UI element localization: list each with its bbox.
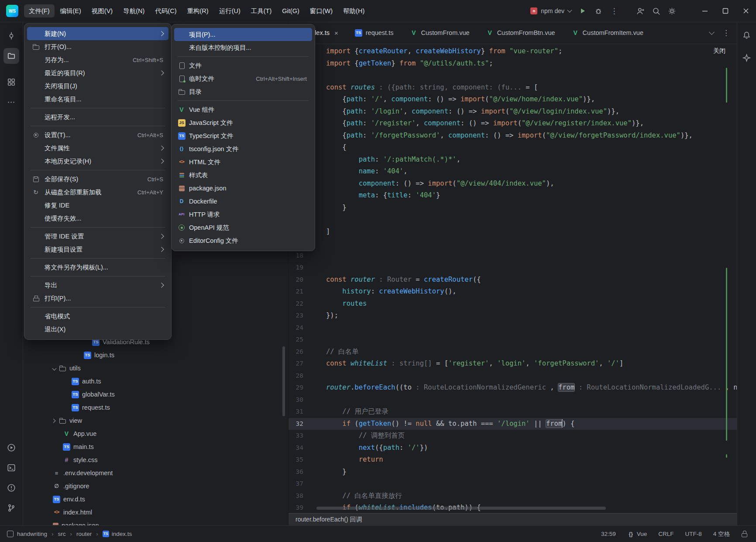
menubar-item-8[interactable]: 工具(T) — [246, 4, 277, 17]
commit-tool-button[interactable] — [3, 28, 19, 44]
breadcrumb-project[interactable]: handwriting — [17, 531, 47, 537]
tree-item-.env.development[interactable]: ≡.env.development — [23, 466, 288, 480]
new-submenu-item-9[interactable]: JSJavaScript 文件 — [174, 116, 312, 129]
menubar-item-10[interactable]: 窗口(W) — [305, 4, 337, 17]
file-menu-item-19[interactable]: 管理 IDE 设置 — [27, 230, 168, 243]
editor-area[interactable]: TSindex.ts×TSrequest.tsVCustomFrom.vueVC… — [289, 22, 737, 525]
file-menu-item-11[interactable]: 文件属性 — [27, 142, 168, 155]
close-button[interactable] — [735, 0, 756, 22]
tree-item-login.ts[interactable]: TSlogin.ts — [23, 349, 288, 362]
minimize-button[interactable] — [694, 0, 715, 22]
tree-item-view[interactable]: view — [23, 414, 288, 427]
caret-position-widget[interactable]: 32:59 — [601, 531, 616, 537]
new-submenu-item-5[interactable]: 临时文件Ctrl+Alt+Shift+Insert — [174, 72, 312, 85]
editor-tab-CustomFromBtn.vue[interactable]: VCustomFromBtn.vue — [478, 22, 564, 44]
new-submenu-item-13[interactable]: 样式表 — [174, 169, 312, 182]
project-scrollbar[interactable] — [282, 346, 285, 416]
new-submenu-item-2[interactable]: 来自版本控制的项目... — [174, 41, 312, 54]
line-separator-widget[interactable]: CRLF — [658, 531, 674, 537]
menubar-item-6[interactable]: 重构(R) — [182, 4, 213, 17]
new-submenu-item-4[interactable]: 文件 — [174, 59, 312, 72]
run-config-selector[interactable]: n npm dev — [527, 4, 575, 18]
file-menu-item-20[interactable]: 新建项目设置 — [27, 243, 168, 256]
file-menu-item-22[interactable]: 将文件另存为模板(L)... — [27, 261, 168, 274]
editor-tab-CustomFrom.vue[interactable]: VCustomFrom.vue — [402, 22, 478, 44]
file-menu-item-27[interactable]: 省电模式 — [27, 310, 168, 323]
settings-button[interactable] — [664, 4, 680, 18]
file-menu-item-28[interactable]: 退出(X) — [27, 323, 168, 336]
file-menu-item-10[interactable]: 设置(T)...Ctrl+Alt+S — [27, 128, 168, 142]
file-menu-item-12[interactable]: 本地历史记录(H) — [27, 155, 168, 168]
menubar-item-7[interactable]: 运行(U) — [214, 4, 245, 17]
file-menu-item-8[interactable]: 远程开发... — [27, 110, 168, 124]
tree-item-App.vue[interactable]: VApp.vue — [23, 427, 288, 440]
tree-item-globalVar.ts[interactable]: TSglobalVar.ts — [23, 388, 288, 401]
terminal-tool-button[interactable] — [3, 460, 19, 476]
new-submenu-item-12[interactable]: <>HTML 文件 — [174, 155, 312, 169]
lock-icon[interactable] — [741, 531, 747, 537]
code-area[interactable]: 1import {createRouter, createWebHistory}… — [289, 44, 737, 513]
breadcrumb-src[interactable]: src — [58, 531, 66, 537]
file-menu-item-1[interactable]: 新建(N) — [27, 27, 168, 40]
tree-item-request.ts[interactable]: TSrequest.ts — [23, 401, 288, 414]
breadcrumb-file[interactable]: TSindex.ts — [103, 531, 132, 537]
chevron-down-icon[interactable] — [709, 29, 715, 35]
new-submenu-item-8[interactable]: VVue 组件 — [174, 103, 312, 116]
file-menu-item-5[interactable]: 关闭项目(J) — [27, 79, 168, 93]
file-menu-item-17[interactable]: 使缓存失效... — [27, 212, 168, 225]
file-menu-item-3[interactable]: 另存为...Ctrl+Shift+S — [27, 53, 168, 66]
run-tool-button[interactable] — [3, 440, 19, 456]
editor-tab-CustomFromItem.vue[interactable]: VCustomFromItem.vue — [564, 22, 652, 44]
code-with-me-button[interactable] — [632, 4, 648, 18]
menubar-item-3[interactable]: 视图(V) — [87, 4, 117, 17]
file-menu-item-6[interactable]: 重命名项目... — [27, 93, 168, 106]
maximize-button[interactable] — [715, 0, 735, 22]
file-menu-item-16[interactable]: 修复 IDE — [27, 199, 168, 212]
horizontal-scrollbar[interactable] — [316, 507, 606, 510]
language-widget[interactable]: {} Vue — [627, 530, 647, 538]
tree-item-package.json[interactable]: package.json — [23, 519, 288, 525]
new-submenu-item-16[interactable]: APIHTTP 请求 — [174, 208, 312, 221]
hint-close-link[interactable]: 关闭 — [713, 47, 725, 55]
chevron-right-icon[interactable] — [51, 418, 58, 424]
new-submenu-item-14[interactable]: package.json — [174, 182, 312, 195]
tree-item-index.html[interactable]: <>index.html — [23, 506, 288, 519]
menubar-item-9[interactable]: Git(G) — [277, 4, 304, 17]
new-submenu-item-11[interactable]: {}tsconfig.json 文件 — [174, 142, 312, 155]
run-button[interactable] — [575, 4, 591, 18]
new-submenu-item-10[interactable]: TSTypeScript 文件 — [174, 129, 312, 142]
file-menu-item-14[interactable]: 全部保存(S)Ctrl+S — [27, 173, 168, 186]
new-submenu-item-15[interactable]: DDockerfile — [174, 195, 312, 208]
file-menu-item-25[interactable]: 打印(P)... — [27, 292, 168, 305]
tree-item-main.ts[interactable]: TSmain.ts — [23, 440, 288, 453]
problems-tool-button[interactable] — [3, 480, 19, 496]
menubar-item-1[interactable]: 文件(F) — [24, 4, 55, 17]
chevron-down-icon[interactable] — [51, 365, 58, 372]
kebab-icon[interactable]: ⋮ — [722, 29, 730, 37]
editor-tab-request.ts[interactable]: TSrequest.ts — [347, 22, 402, 44]
project-tool-button[interactable] — [3, 48, 19, 64]
tree-item-.gitignore[interactable]: ∅.gitignore — [23, 480, 288, 493]
notifications-button[interactable] — [739, 28, 755, 42]
file-menu-item-24[interactable]: 导出 — [27, 279, 168, 292]
menubar-item-5[interactable]: 代码(C) — [150, 4, 181, 17]
breadcrumb-router[interactable]: router — [76, 531, 92, 537]
menubar-item-2[interactable]: 编辑(E) — [55, 4, 86, 17]
more-actions-button[interactable]: ⋮ — [606, 4, 622, 18]
new-submenu-item-6[interactable]: 目录 — [174, 85, 312, 98]
file-menu-item-2[interactable]: 打开(O)... — [27, 40, 168, 53]
tree-item-style.css[interactable]: #style.css — [23, 453, 288, 466]
modules-tool-button[interactable] — [3, 74, 19, 90]
new-submenu-item-17[interactable]: OpenAPI 规范 — [174, 221, 312, 234]
ai-assistant-button[interactable] — [739, 51, 755, 65]
more-tools-button[interactable]: ⋯ — [3, 94, 19, 110]
search-everywhere-button[interactable] — [648, 4, 664, 18]
new-submenu-item-18[interactable]: EditorConfig 文件 — [174, 234, 312, 247]
tree-item-utils[interactable]: utils — [23, 362, 288, 375]
menubar-item-11[interactable]: 帮助(H) — [338, 4, 369, 17]
tree-item-env.d.ts[interactable]: TSenv.d.ts — [23, 493, 288, 506]
new-submenu-item-1[interactable]: 项目(P)... — [174, 28, 312, 41]
encoding-widget[interactable]: UTF-8 — [685, 531, 701, 537]
tree-item-auth.ts[interactable]: TSauth.ts — [23, 375, 288, 388]
debug-button[interactable] — [591, 4, 606, 18]
